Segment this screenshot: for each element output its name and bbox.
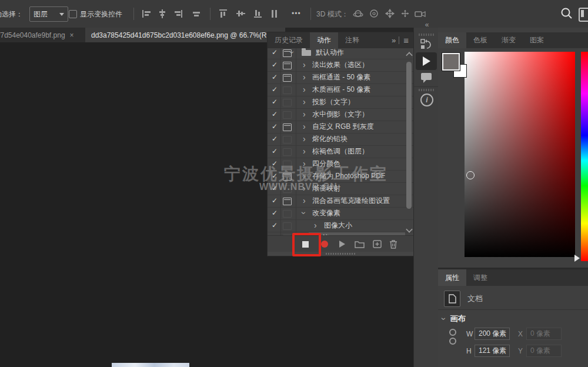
foreground-color-swatch[interactable] [442,53,460,71]
tab-patterns[interactable]: 图案 [523,32,551,48]
chevron-right-icon[interactable]: › [303,109,306,119]
action-row[interactable]: ✓›渐变映射 [268,183,413,195]
search-icon[interactable] [560,7,573,20]
scroll-up-icon[interactable] [406,52,412,58]
tab-swatches[interactable]: 色板 [466,32,495,48]
toggle-dialog-icon[interactable] [283,86,292,94]
align-top-icon[interactable] [218,9,228,19]
toggle-dialog-icon[interactable] [283,74,292,82]
action-row[interactable]: ✓›投影（文字） [268,96,413,109]
toggle-dialog-icon[interactable] [283,198,292,205]
toggle-dialog-icon[interactable] [283,124,292,131]
item-on-checkmark-icon[interactable]: ✓ [270,158,279,169]
toggle-dialog-icon[interactable] [283,185,292,193]
canvas-section-header[interactable]: › 画布 [443,313,466,324]
tab-gradients[interactable]: 渐变 [495,32,523,48]
action-row[interactable]: ✓›图像大小 [268,220,413,232]
3d-pan-icon[interactable] [385,9,395,19]
actions-panel-icon[interactable] [416,52,437,70]
action-row[interactable]: ✓›淡出效果（选区） [268,59,413,72]
scrollbar-thumb[interactable] [406,62,412,209]
chevron-down-icon[interactable]: › [299,212,309,215]
tab-notes[interactable]: 注释 [338,32,366,48]
chevron-right-icon[interactable]: › [303,195,306,206]
panel-grip[interactable] [419,34,434,36]
new-set-button[interactable] [352,238,366,250]
tab-properties[interactable]: 属性 [438,269,466,286]
toggle-dialog-icon[interactable] [283,62,292,69]
panel-resize-grip[interactable] [268,252,413,256]
chevron-right-icon[interactable]: › [303,171,306,181]
action-row[interactable]: ✓›自定义 RGB 到灰度 [268,121,413,134]
hue-slider[interactable] [581,52,588,261]
close-tab-icon[interactable]: × [70,31,74,39]
item-on-checkmark-icon[interactable]: ✓ [270,171,279,182]
action-row[interactable]: ✓›默认动作 [268,48,413,59]
tab-color[interactable]: 颜色 [438,32,466,48]
chevron-right-icon[interactable]: › [303,121,306,132]
item-on-checkmark-icon[interactable]: ✓ [270,195,279,206]
workspace-switcher-icon[interactable] [579,8,588,22]
toggle-dialog-icon[interactable] [283,210,292,218]
color-picker-field[interactable] [465,52,575,257]
item-on-checkmark-icon[interactable]: ✓ [270,208,279,219]
panel-collapse-icon[interactable]: » [392,36,395,45]
more-options-icon[interactable]: ••• [292,9,301,18]
align-center-horizontal-icon[interactable] [158,9,168,19]
toggle-dialog-icon[interactable] [283,99,292,106]
new-action-button[interactable] [370,238,384,250]
chevron-right-icon[interactable]: › [303,59,306,70]
action-row[interactable]: ✓›棕褐色调（图层） [268,146,413,158]
panel-menu-icon[interactable]: ≡ [403,35,409,45]
action-row[interactable]: ✓›混合器画笔克隆绘图设置 [268,195,413,208]
align-left-icon[interactable] [142,9,152,19]
panel-grip[interactable] [419,89,434,91]
item-on-checkmark-icon[interactable]: ✓ [270,183,279,194]
history-panel-icon[interactable] [414,38,439,50]
toggle-dialog-icon[interactable] [283,222,292,230]
toggle-dialog-icon[interactable] [283,148,292,156]
3d-roll-icon[interactable] [369,9,379,19]
action-row[interactable]: ✓›存储为 Photoshop PDF [268,171,413,183]
align-middle-vertical-icon[interactable] [236,9,246,19]
action-row[interactable]: ✓›画框通道 - 50 像素 [268,72,413,84]
item-on-checkmark-icon[interactable]: ✓ [270,96,279,108]
action-row[interactable]: ✓›水中倒影（文字） [268,109,413,121]
item-on-checkmark-icon[interactable]: ✓ [270,220,279,231]
item-on-checkmark-icon[interactable]: ✓ [270,146,279,157]
collapse-panels-icon[interactable]: « [414,21,439,29]
height-input[interactable]: 121 像素 [475,345,510,357]
actions-scrollbar[interactable] [405,50,412,233]
item-on-checkmark-icon[interactable]: ✓ [270,121,279,132]
chevron-right-icon[interactable]: › [303,84,306,95]
action-row[interactable]: ✓›木质画框 - 50 像素 [268,84,413,96]
chevron-right-icon[interactable]: › [303,158,306,169]
layer-select-dropdown[interactable]: 图层 [29,6,68,22]
3d-camera-icon[interactable] [415,9,425,19]
toggle-dialog-icon[interactable] [283,111,292,119]
item-on-checkmark-icon[interactable]: ✓ [270,134,279,145]
action-row[interactable]: ✓›四分颜色 [268,158,413,171]
distribute-vertical-icon[interactable] [269,9,279,19]
play-action-button[interactable] [335,238,349,250]
toggle-dialog-icon[interactable] [283,161,292,168]
distribute-horizontal-icon[interactable] [192,9,202,19]
item-on-checkmark-icon[interactable]: ✓ [270,48,279,58]
notes-panel-icon[interactable] [414,72,439,84]
document-tab-active[interactable]: dd3a785425d41d675bc2d031e608ef6e.png @ 6… [85,28,285,42]
chevron-right-icon[interactable]: › [303,96,306,107]
document-tab-inactive[interactable]: ff7d54e040afe9bf.png × [0,28,97,42]
3d-slide-icon[interactable] [400,9,410,19]
align-right-icon[interactable] [173,9,183,19]
tab-adjustments[interactable]: 调整 [466,269,495,286]
color-cursor-icon[interactable] [466,171,475,179]
item-on-checkmark-icon[interactable]: ✓ [270,109,279,120]
chevron-right-icon[interactable]: › [314,220,317,231]
chevron-right-icon[interactable]: › [303,183,306,193]
tab-history[interactable]: 历史记录 [268,32,310,48]
action-row[interactable]: ✓›熔化的铅块 [268,134,413,146]
toggle-dialog-icon[interactable] [283,136,292,144]
item-on-checkmark-icon[interactable]: ✓ [270,84,279,95]
chevron-right-icon[interactable]: › [303,72,306,82]
item-on-checkmark-icon[interactable]: ✓ [270,72,279,83]
